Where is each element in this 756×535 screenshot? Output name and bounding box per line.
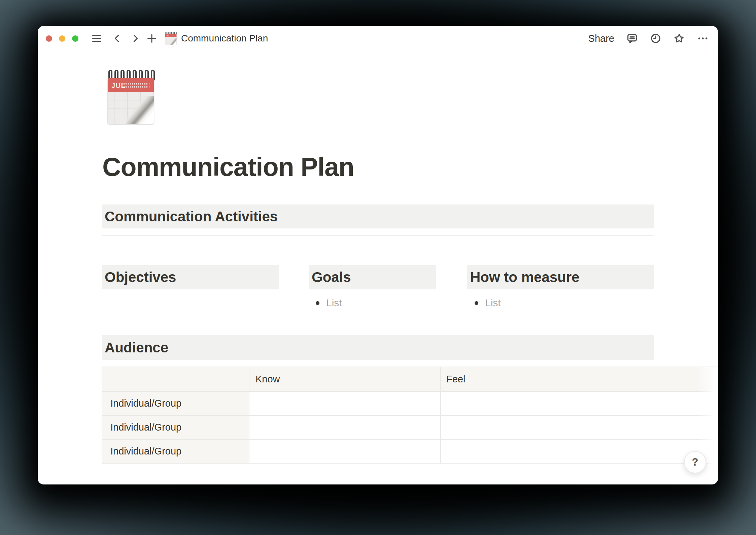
divider xyxy=(102,235,654,236)
table-cell-know[interactable] xyxy=(249,392,441,415)
audience-table: Know Feel Individual/Group Individual/Gr… xyxy=(102,367,718,464)
table-cell-group-label[interactable]: Individual/Group xyxy=(102,392,249,415)
heading-audience[interactable]: Audience xyxy=(102,335,654,360)
share-button[interactable]: Share xyxy=(588,33,614,44)
goals-list-item[interactable]: List xyxy=(316,295,342,310)
table-row: Individual/Group xyxy=(102,392,718,416)
table-header-cell-know[interactable]: Know xyxy=(249,367,441,391)
ellipsis-icon xyxy=(697,33,709,44)
toolbar: JUL Communication Plan Share xyxy=(38,26,718,51)
hamburger-icon xyxy=(91,33,102,44)
back-button[interactable] xyxy=(112,33,122,43)
table-cell-feel[interactable] xyxy=(441,392,718,415)
table-row: Individual/Group xyxy=(102,440,718,464)
heading-how-to-measure[interactable]: How to measure xyxy=(467,265,654,289)
plus-icon xyxy=(146,33,157,44)
bullet-icon xyxy=(475,301,478,305)
bullet-icon xyxy=(316,301,319,305)
goals-list-placeholder: List xyxy=(326,297,342,309)
page-icon-calendar-emoji[interactable]: JUL xyxy=(108,70,154,124)
heading-goals[interactable]: Goals xyxy=(309,265,436,289)
measure-list-item[interactable]: List xyxy=(475,295,501,310)
star-icon xyxy=(674,33,685,44)
table-cell-feel[interactable] xyxy=(441,416,718,439)
comment-bubble-icon xyxy=(626,33,638,44)
page-emoji-icon: JUL xyxy=(165,32,177,45)
app-window: JUL Communication Plan Share xyxy=(38,26,718,484)
minimize-window-button[interactable] xyxy=(59,35,65,42)
heading-communication-activities[interactable]: Communication Activities xyxy=(102,204,654,228)
close-window-button[interactable] xyxy=(46,35,52,42)
chevron-right-icon xyxy=(130,33,140,43)
more-options-button[interactable] xyxy=(697,33,709,44)
chevron-left-icon xyxy=(112,33,122,43)
window-controls xyxy=(46,35,78,42)
page-title[interactable]: Communication Plan xyxy=(102,152,354,182)
table-header-row: Know Feel xyxy=(102,367,718,392)
table-cell-feel[interactable] xyxy=(441,440,718,463)
forward-button[interactable] xyxy=(130,33,140,43)
toolbar-actions: Share xyxy=(588,33,709,44)
heading-objectives[interactable]: Objectives xyxy=(102,265,279,289)
table-cell-group-label[interactable]: Individual/Group xyxy=(102,416,249,439)
breadcrumb[interactable]: JUL Communication Plan xyxy=(165,32,268,45)
table-cell-group-label[interactable]: Individual/Group xyxy=(102,440,249,463)
desktop-background: JUL Communication Plan Share xyxy=(0,0,756,535)
table-header-cell-feel[interactable]: Feel xyxy=(441,367,718,391)
table-cell-know[interactable] xyxy=(249,440,441,463)
table-row: Individual/Group xyxy=(102,416,718,440)
comments-button[interactable] xyxy=(626,33,638,44)
history-button[interactable] xyxy=(650,33,661,44)
new-page-button[interactable] xyxy=(146,33,157,44)
help-button[interactable]: ? xyxy=(684,451,706,473)
clock-icon xyxy=(650,33,661,44)
breadcrumb-title: Communication Plan xyxy=(181,33,268,44)
measure-list-placeholder: List xyxy=(485,297,501,309)
sidebar-toggle-button[interactable] xyxy=(91,33,102,44)
fullscreen-window-button[interactable] xyxy=(72,35,78,42)
favorite-button[interactable] xyxy=(674,33,685,44)
table-cell-know[interactable] xyxy=(249,416,441,439)
table-header-cell-empty[interactable] xyxy=(102,367,249,391)
